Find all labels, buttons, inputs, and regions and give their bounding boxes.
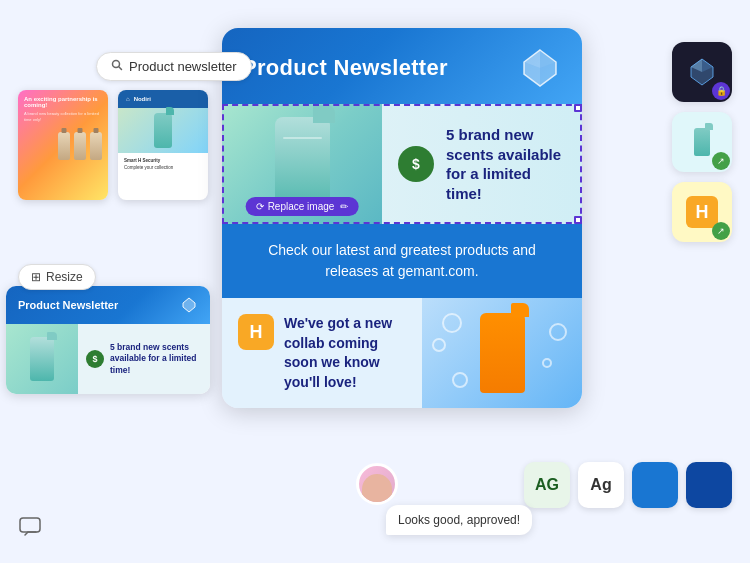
collab-image [422,298,582,408]
scent-text: 5 brand new scents available for a limit… [446,125,566,203]
bubble-5 [452,372,468,388]
blue-icon-2[interactable] [686,462,732,508]
thumb1-body: A brand new beauty collection for a limi… [24,111,102,122]
preview-dollar-icon: $ [86,350,104,368]
preview-card-header: Product Newsletter [6,286,210,324]
selection-corner-tr[interactable] [574,104,582,112]
thumb1-bottles [18,128,108,166]
preview-card-title: Product Newsletter [18,299,118,311]
thumb1-title: An exciting partnership is coming! [24,96,102,108]
blue-icon-1[interactable] [632,462,678,508]
spray-share-icon[interactable]: ↗ [672,112,732,172]
collab-text: We've got a new collab coming soon we kn… [284,314,406,392]
newsletter-section-2: Check our latest and greatest products a… [222,224,582,298]
preview-scent-text: 5 brand new scents available for a limit… [110,342,202,375]
bubble-4 [542,358,552,368]
h-icon-right: H [686,196,718,228]
bubble-2 [432,338,446,352]
thumb2-header: ⌂ Nodiri [118,90,208,108]
edit-icon: ✏ [340,201,348,212]
thumb2-spray-bottle [154,113,172,148]
thumbnail-card-2: ⌂ Nodiri Smart H SecurityComplete your c… [118,90,208,200]
user-avatar[interactable] [356,463,398,505]
spray-bottle-icon [686,126,718,158]
selection-corner-br[interactable] [574,216,582,224]
main-newsletter-card: Product Newsletter ⟳ Replace image ✏ [222,28,582,408]
newsletter-title: Product Newsletter [242,55,448,81]
search-value: Product newsletter [129,59,237,74]
chat-bubble: Looks good, approved! [386,505,532,535]
chat-message: Looks good, approved! [398,513,520,527]
ag-label-1: AG [535,476,559,494]
resize-icon: ⊞ [31,270,41,284]
h-share-icon[interactable]: H ↗ [672,182,732,242]
search-icon [111,59,123,74]
thumb2-home-icon: ⌂ [126,96,130,102]
bottom-right-icons: AG Ag [524,462,732,508]
ag-label-2: Ag [590,476,611,494]
preview-img-area [6,324,78,394]
resize-label: Resize [46,270,83,284]
preview-spray-bottle [30,337,54,381]
resize-button[interactable]: ⊞ Resize [18,264,96,290]
collab-text-area: H We've got a new collab coming soon we … [222,298,422,408]
newsletter-header: Product Newsletter [222,28,582,104]
replace-icon: ⟳ [256,201,264,212]
bottle-1 [58,132,70,160]
spray-bottle-orange [480,313,525,393]
preview-text-area: $ 5 brand new scents available for a lim… [78,324,210,394]
bottle-2 [74,132,86,160]
gem-icon-main [518,46,562,90]
bottle-3 [90,132,102,160]
scent-dollar-icon: $ [398,146,434,182]
preview-gem-icon [180,296,198,314]
newsletter-product-image: ⟳ Replace image ✏ [222,104,382,224]
share-badge: ↗ [712,152,730,170]
replace-image-label: Replace image [268,201,335,212]
newsletter-section-3: H We've got a new collab coming soon we … [222,298,582,408]
newsletter-section2-text: Check our latest and greatest products a… [268,242,536,279]
newsletter-section-1: ⟳ Replace image ✏ $ 5 brand new scents a… [222,104,582,224]
newsletter-scent-section: $ 5 brand new scents available for a lim… [382,104,582,224]
thumb2-img [118,108,208,153]
ag-icon-1[interactable]: AG [524,462,570,508]
bubble-3 [549,323,567,341]
gem-shape-1 [686,56,718,88]
right-icons-panel: 🔒 ↗ H ↗ [672,42,732,242]
bubble-1 [442,313,462,333]
gem-lock-icon[interactable]: 🔒 [672,42,732,102]
comment-icon[interactable] [18,515,46,543]
h-share-badge: ↗ [712,222,730,240]
thumb2-title: Nodiri [134,96,151,102]
ag-icon-2[interactable]: Ag [578,462,624,508]
thumbnail-card-1: An exciting partnership is coming! A bra… [18,90,108,200]
svg-marker-7 [183,298,195,312]
svg-line-1 [119,67,122,70]
h-icon: H [238,314,274,350]
preview-card-body: $ 5 brand new scents available for a lim… [6,324,210,394]
search-bar[interactable]: Product newsletter [96,52,252,81]
preview-card: Product Newsletter $ 5 brand new scents … [6,286,210,394]
svg-rect-8 [20,518,40,532]
thumb2-body: Smart H SecurityComplete your collection [118,153,208,177]
lock-badge: 🔒 [712,82,730,100]
avatar-face [362,474,392,504]
replace-image-button[interactable]: ⟳ Replace image ✏ [246,197,359,216]
